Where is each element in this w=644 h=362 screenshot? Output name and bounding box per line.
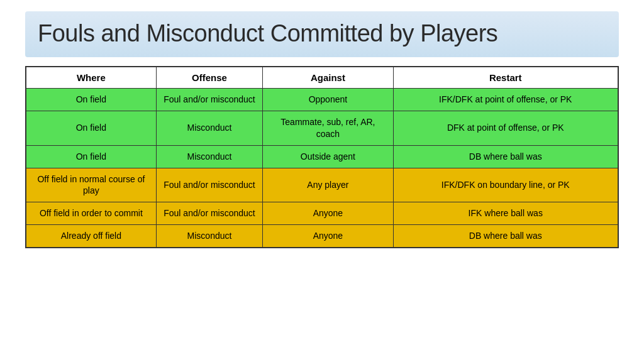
cell-r4-c1: Foul and/or misconduct [156,202,263,225]
title-banner: Fouls and Misconduct Committed by Player… [25,11,619,57]
cell-r0-c0: On field [26,89,156,111]
cell-r4-c3: IFK where ball was [393,202,618,225]
col-header-restart: Restart [393,67,618,89]
col-header-against: Against [263,67,393,89]
cell-r5-c3: DB where ball was [393,225,618,248]
table-row: On fieldMisconductOutside agentDB where … [26,145,618,168]
col-header-where: Where [26,67,156,89]
cell-r0-c2: Opponent [263,89,393,111]
cell-r4-c0: Off field in order to commit [26,202,156,225]
table-row: Already off fieldMisconductAnyoneDB wher… [26,225,618,248]
cell-r3-c1: Foul and/or misconduct [156,168,263,202]
cell-r5-c0: Already off field [26,225,156,248]
cell-r0-c3: IFK/DFK at point of offense, or PK [393,89,618,111]
table-row: Off field in normal course of playFoul a… [26,168,618,202]
table-header-row: Where Offense Against Restart [26,67,618,89]
cell-r3-c0: Off field in normal course of play [26,168,156,202]
cell-r2-c2: Outside agent [263,145,393,168]
cell-r1-c3: DFK at point of offense, or PK [393,111,618,145]
page-title: Fouls and Misconduct Committed by Player… [38,20,497,47]
table-row: On fieldFoul and/or misconductOpponentIF… [26,89,618,111]
table-row: Off field in order to commitFoul and/or … [26,202,618,225]
col-header-offense: Offense [156,67,263,89]
cell-r1-c1: Misconduct [156,111,263,145]
table-container: Where Offense Against Restart On fieldFo… [25,66,619,351]
cell-r3-c2: Any player [263,168,393,202]
cell-r4-c2: Anyone [263,202,393,225]
cell-r5-c1: Misconduct [156,225,263,248]
table-row: On fieldMisconductTeammate, sub, ref, AR… [26,111,618,145]
cell-r5-c2: Anyone [263,225,393,248]
cell-r0-c1: Foul and/or misconduct [156,89,263,111]
fouls-table: Where Offense Against Restart On fieldFo… [25,66,619,248]
cell-r2-c3: DB where ball was [393,145,618,168]
cell-r2-c1: Misconduct [156,145,263,168]
cell-r1-c0: On field [26,111,156,145]
cell-r2-c0: On field [26,145,156,168]
cell-r3-c3: IFK/DFK on boundary line, or PK [393,168,618,202]
page: Fouls and Misconduct Committed by Player… [0,0,644,362]
cell-r1-c2: Teammate, sub, ref, AR, coach [263,111,393,145]
